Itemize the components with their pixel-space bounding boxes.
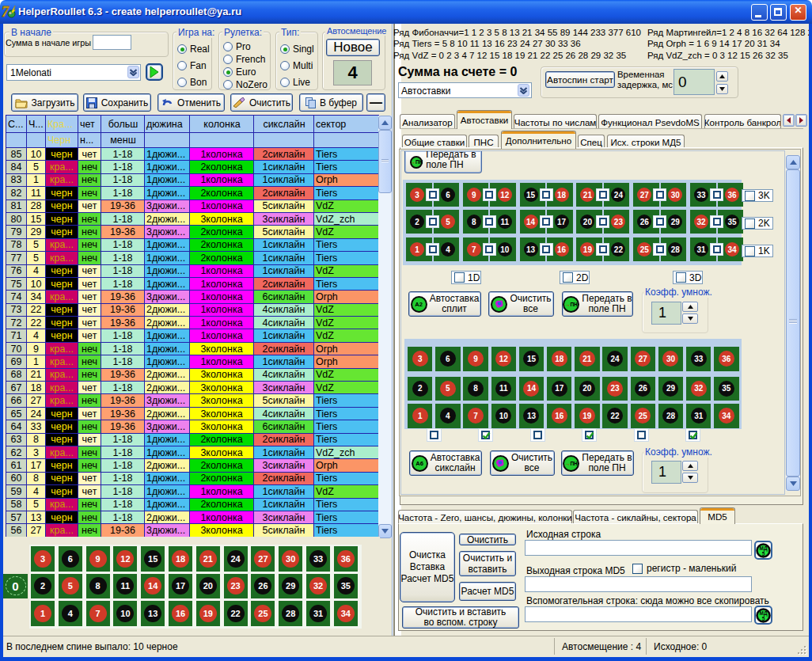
- svg-text:5: 5: [762, 615, 765, 621]
- svg-text:5: 5: [762, 550, 765, 556]
